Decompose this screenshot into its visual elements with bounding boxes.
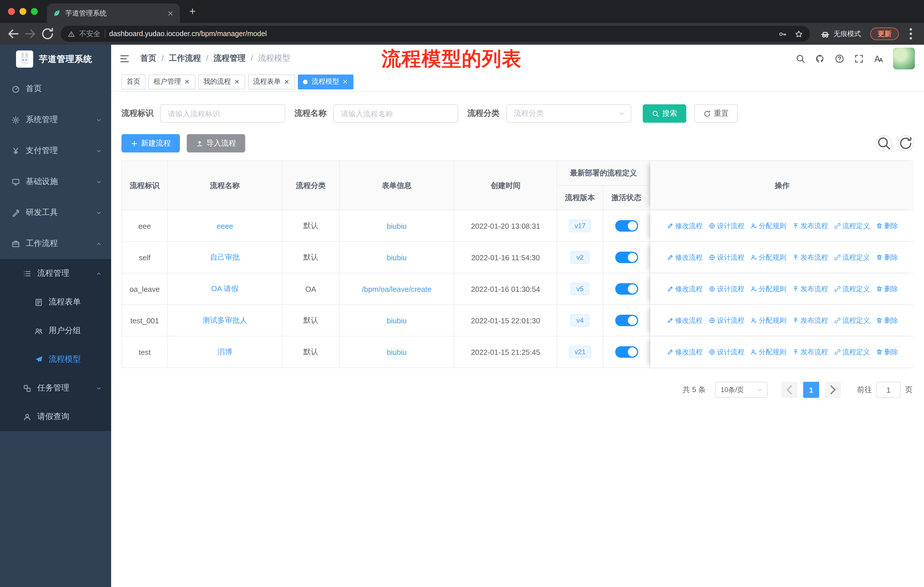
- action-delete[interactable]: 删除: [876, 284, 898, 294]
- sidebar-item-process-form[interactable]: 流程表单: [0, 288, 111, 316]
- browser-tab[interactable]: 芋道管理系统: [47, 3, 180, 23]
- action-definition[interactable]: 流程定义: [834, 221, 870, 231]
- action-definition[interactable]: 流程定义: [834, 253, 870, 262]
- sidebar-item-infra[interactable]: 基础设施: [0, 166, 111, 197]
- tag-close-icon[interactable]: [184, 79, 190, 85]
- action-definition[interactable]: 流程定义: [834, 316, 870, 325]
- form-info-link[interactable]: biubiu: [387, 253, 406, 262]
- process-name-link[interactable]: eeee: [216, 222, 233, 230]
- forward-button[interactable]: [23, 26, 38, 41]
- action-design[interactable]: 设计流程: [708, 347, 744, 357]
- action-publish[interactable]: 发布流程: [792, 316, 828, 325]
- action-publish[interactable]: 发布流程: [792, 284, 828, 294]
- breadcrumb-item[interactable]: 工作流程: [169, 53, 214, 64]
- reload-button[interactable]: [40, 26, 55, 41]
- form-info-link[interactable]: biubiu: [387, 348, 406, 356]
- address-bar[interactable]: 不安全 dashboard.yudao.iocoder.cn/bpm/manag…: [61, 26, 810, 42]
- passwords-icon[interactable]: [779, 30, 787, 38]
- update-button[interactable]: 更新: [870, 28, 899, 40]
- active-switch[interactable]: [615, 220, 638, 231]
- active-switch[interactable]: [615, 251, 638, 263]
- font-size-button[interactable]: [874, 54, 883, 63]
- tab-close-icon[interactable]: [167, 10, 174, 17]
- action-edit[interactable]: 修改流程: [667, 221, 703, 231]
- action-assign[interactable]: 分配规则: [750, 253, 786, 262]
- form-info-link[interactable]: /bpm/oa/leave/create: [362, 284, 432, 293]
- action-definition[interactable]: 流程定义: [834, 347, 870, 357]
- action-publish[interactable]: 发布流程: [792, 253, 828, 262]
- breadcrumb-item[interactable]: 首页: [140, 53, 169, 64]
- action-design[interactable]: 设计流程: [708, 253, 744, 262]
- next-page-button[interactable]: [825, 382, 841, 398]
- search-button[interactable]: 搜索: [643, 104, 686, 123]
- action-publish[interactable]: 发布流程: [792, 221, 828, 231]
- action-edit[interactable]: 修改流程: [667, 284, 703, 294]
- toggle-search-button[interactable]: [876, 135, 892, 151]
- action-definition[interactable]: 流程定义: [834, 284, 870, 294]
- page-tag[interactable]: 流程表单: [248, 74, 295, 89]
- action-delete[interactable]: 删除: [876, 221, 898, 231]
- help-button[interactable]: [835, 54, 844, 63]
- new-tab-button[interactable]: +: [185, 3, 201, 20]
- collapse-sidebar-button[interactable]: [119, 53, 130, 64]
- process-name-link[interactable]: 自己审批: [210, 253, 240, 261]
- process-name-link[interactable]: OA 请假: [211, 284, 238, 293]
- tag-close-icon[interactable]: [234, 79, 240, 85]
- action-delete[interactable]: 删除: [876, 347, 898, 357]
- sidebar-item-leave-query[interactable]: 请假查询: [0, 402, 111, 431]
- action-design[interactable]: 设计流程: [708, 316, 744, 325]
- process-key-input[interactable]: [160, 104, 285, 123]
- goto-page-input[interactable]: [876, 382, 901, 398]
- process-name-input[interactable]: [333, 104, 458, 123]
- active-switch[interactable]: [615, 346, 638, 358]
- back-button[interactable]: [6, 26, 21, 41]
- form-info-link[interactable]: biubiu: [387, 316, 406, 325]
- fullscreen-button[interactable]: [854, 54, 864, 63]
- close-window-button[interactable]: [8, 8, 15, 15]
- action-assign[interactable]: 分配规则: [750, 221, 786, 231]
- import-process-button[interactable]: 导入流程: [187, 134, 245, 152]
- sidebar-item-system[interactable]: 系统管理: [0, 104, 111, 135]
- action-edit[interactable]: 修改流程: [667, 253, 703, 262]
- sidebar-item-task-manage[interactable]: 任务管理: [0, 374, 111, 402]
- active-switch[interactable]: [615, 315, 638, 326]
- minimize-window-button[interactable]: [20, 8, 26, 15]
- sidebar-item-home[interactable]: 首页: [0, 73, 111, 104]
- sidebar-item-workflow[interactable]: 工作流程: [0, 228, 111, 259]
- active-switch[interactable]: [615, 283, 638, 294]
- refresh-table-button[interactable]: [898, 135, 914, 151]
- action-edit[interactable]: 修改流程: [667, 347, 703, 357]
- github-button[interactable]: [815, 54, 825, 63]
- page-size-select[interactable]: 10条/页: [715, 382, 767, 398]
- form-info-link[interactable]: biubiu: [387, 222, 406, 230]
- tag-close-icon[interactable]: [342, 79, 348, 85]
- zoom-window-button[interactable]: [31, 8, 38, 15]
- user-avatar[interactable]: [893, 48, 915, 69]
- action-assign[interactable]: 分配规则: [750, 347, 786, 357]
- breadcrumb-item[interactable]: 流程管理: [214, 53, 258, 64]
- page-tag[interactable]: 我的流程: [198, 74, 245, 89]
- sidebar-item-payment[interactable]: 支付管理: [0, 135, 111, 166]
- action-design[interactable]: 设计流程: [708, 221, 744, 231]
- prev-page-button[interactable]: [781, 382, 797, 398]
- action-assign[interactable]: 分配规则: [750, 316, 786, 325]
- reset-button[interactable]: 重置: [694, 104, 738, 123]
- page-tag[interactable]: 流程模型: [298, 74, 353, 89]
- action-edit[interactable]: 修改流程: [667, 316, 703, 325]
- action-publish[interactable]: 发布流程: [792, 347, 828, 357]
- process-name-link[interactable]: 滔博: [218, 347, 232, 356]
- global-search-button[interactable]: [796, 54, 805, 63]
- page-number-button[interactable]: 1: [803, 382, 819, 398]
- tag-close-icon[interactable]: [284, 79, 290, 85]
- sidebar-item-devtools[interactable]: 研发工具: [0, 197, 111, 228]
- sidebar-item-user-group[interactable]: 用户分组: [0, 316, 111, 345]
- process-name-link[interactable]: 测试多审批人: [203, 316, 247, 324]
- create-process-button[interactable]: 新建流程: [121, 134, 180, 152]
- bookmark-icon[interactable]: [795, 30, 803, 38]
- action-assign[interactable]: 分配规则: [750, 284, 786, 294]
- action-design[interactable]: 设计流程: [708, 284, 744, 294]
- action-delete[interactable]: 删除: [876, 316, 898, 325]
- sidebar-item-process-model[interactable]: 流程模型: [0, 345, 111, 374]
- action-delete[interactable]: 删除: [876, 253, 898, 262]
- process-category-select[interactable]: 流程分类: [507, 104, 631, 123]
